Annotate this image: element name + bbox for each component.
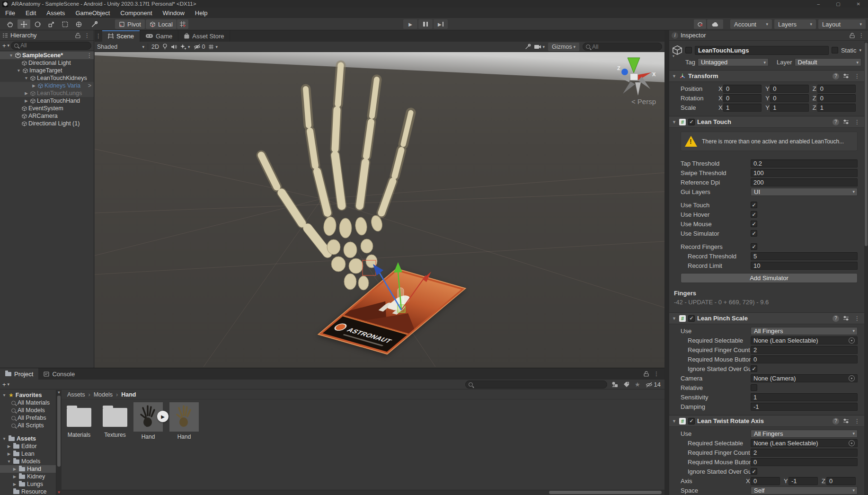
prefab-open-arrow-icon[interactable]: > [88, 82, 94, 89]
reference-dpi-field[interactable]: 200 [751, 178, 858, 186]
rotation-x-field[interactable]: 0 [723, 94, 762, 102]
foldout-icon[interactable]: ▼ [2, 436, 7, 441]
scale-y-field[interactable]: 1 [770, 104, 808, 112]
tree-resource[interactable]: Resource [0, 488, 56, 495]
scale-x-field[interactable]: 1 [723, 104, 762, 112]
scene-tools-button[interactable] [524, 44, 531, 50]
record-limit-field[interactable]: 10 [751, 262, 858, 270]
content-hscrollbar-track[interactable] [62, 490, 664, 495]
foldout-icon[interactable]: ▼ [24, 76, 29, 80]
space-dropdown[interactable]: Self▾ [751, 486, 858, 495]
play-preview-icon[interactable]: ▶ [157, 411, 168, 422]
object-picker-icon[interactable] [849, 337, 855, 344]
use-mouse-checkbox[interactable]: ✓ [751, 221, 757, 227]
required-selectable-field[interactable]: None (Lean Selectable) [751, 439, 858, 447]
required-mouse-buttons-field[interactable]: 0 [751, 355, 858, 363]
breadcrumb-models[interactable]: Models [94, 391, 113, 398]
tree-assets[interactable]: ▼Assets [0, 435, 56, 442]
grid-visibility-dropdown[interactable]: ▾ [208, 44, 218, 50]
scene-viewport[interactable]: ASTRONAUT [95, 52, 664, 368]
presets-icon[interactable] [843, 119, 849, 124]
minimize-icon[interactable]: – [817, 1, 820, 7]
asset-textures-folder[interactable]: Textures [99, 402, 131, 438]
favorite-all-materials[interactable]: All Materials [0, 399, 56, 407]
menu-file[interactable]: File [0, 8, 20, 18]
required-finger-count-field[interactable]: 2 [751, 346, 858, 354]
foldout-icon[interactable]: ▼ [672, 316, 677, 321]
search-by-label-icon[interactable] [623, 381, 629, 388]
component-menu-icon[interactable]: ⋮ [853, 418, 861, 424]
required-finger-count-field[interactable]: 2 [751, 449, 858, 457]
audio-toggle[interactable] [171, 44, 177, 50]
component-menu-icon[interactable]: ⋮ [853, 73, 861, 80]
z-axis-ball[interactable] [621, 69, 628, 75]
lean-twist-rotate-axis-header[interactable]: ▼ # ✓ Lean Twist Rotate Axis ? ⋮ [669, 415, 864, 427]
enabled-checkbox[interactable]: ✓ [688, 315, 695, 322]
use-dropdown[interactable]: All Fingers▾ [751, 430, 858, 438]
tab-game[interactable]: Game [140, 30, 178, 42]
2d-toggle[interactable]: 2D [151, 44, 159, 50]
menu-window[interactable]: Window [158, 8, 190, 18]
asset-hand-model[interactable]: ▶ Hand [133, 402, 164, 440]
orientation-gizmo[interactable]: Z X [611, 57, 658, 99]
static-flags-dropdown[interactable]: ▾ [859, 48, 861, 53]
foldout-icon[interactable]: ▶ [7, 444, 11, 449]
scene-visibility-toggle[interactable]: 0 [194, 44, 205, 50]
menu-assets[interactable]: Assets [41, 8, 70, 18]
static-checkbox[interactable] [832, 47, 838, 53]
content-hscrollbar-thumb[interactable] [549, 491, 662, 494]
scene-camera-dropdown[interactable]: ▾ [534, 44, 545, 49]
tree-kidney[interactable]: ▶Kidney [0, 473, 56, 480]
hidden-packages-icon[interactable]: 14 [646, 381, 661, 388]
search-by-type-icon[interactable] [611, 381, 618, 388]
foldout-icon[interactable]: ▶ [31, 83, 36, 88]
gui-layers-dropdown[interactable]: UI▾ [751, 188, 858, 196]
foldout-icon[interactable]: ▼ [672, 74, 677, 79]
tree-models[interactable]: ▼Models [0, 458, 56, 465]
inspector-scrollbar[interactable] [864, 42, 868, 495]
foldout-icon[interactable]: ▼ [672, 120, 677, 124]
help-icon[interactable]: ? [833, 315, 839, 322]
use-touch-checkbox[interactable]: ✓ [751, 202, 757, 208]
pivot-toggle-button[interactable]: Pivot [115, 19, 145, 29]
tag-dropdown[interactable]: Untagged▾ [698, 58, 769, 66]
enabled-checkbox[interactable]: ✓ [688, 418, 695, 424]
panel-splitter[interactable] [664, 30, 669, 495]
transform-tool-button[interactable] [72, 19, 85, 29]
lean-touch-header[interactable]: ▼ # ✓ Lean Touch ? ⋮ [669, 116, 864, 128]
presets-icon[interactable] [843, 316, 849, 321]
camera-field[interactable]: None (Camera) [751, 374, 858, 382]
foldout-icon[interactable]: ▼ [2, 393, 7, 398]
use-dropdown[interactable]: All Fingers▾ [751, 327, 858, 335]
presets-icon[interactable] [843, 73, 849, 79]
hierarchy-item-leantouchhand[interactable]: ▶ LeanTouchHand [0, 97, 94, 105]
favorite-all-models[interactable]: All Models [0, 407, 56, 414]
presets-icon[interactable] [843, 418, 849, 424]
add-simulator-button[interactable]: Add Simulator [681, 273, 858, 283]
tree-lean[interactable]: ▶Lean [0, 450, 56, 458]
foldout-icon[interactable]: ▶ [24, 98, 29, 103]
tab-console[interactable]: Console [38, 368, 80, 380]
breadcrumb-hand[interactable]: Hand [121, 391, 136, 398]
rect-tool-button[interactable] [59, 19, 71, 29]
tree-lungs[interactable]: ▶Lungs [0, 480, 56, 488]
maximize-icon[interactable]: ▢ [836, 1, 840, 7]
hierarchy-item-samplescene[interactable]: ▼ SampleScene* ⋮ [0, 52, 94, 59]
scale-tool-button[interactable] [45, 19, 58, 29]
gizmo-center-cube[interactable] [630, 74, 638, 80]
tap-threshold-field[interactable]: 0.2 [751, 159, 858, 168]
local-toggle-button[interactable]: Local [146, 19, 177, 29]
play-button[interactable]: ▶ [403, 19, 417, 29]
hierarchy-item-imagetarget[interactable]: ▼ ImageTarget [0, 67, 94, 74]
grid-snap-button[interactable] [177, 19, 188, 29]
hierarchy-item-eventsystem[interactable]: EventSystem [0, 105, 94, 112]
scroll-up-icon[interactable]: ▼ [56, 390, 62, 395]
help-icon[interactable]: ? [833, 119, 839, 125]
panel-menu-icon[interactable]: ⋮ [857, 32, 866, 39]
damping-field[interactable]: -1 [751, 403, 858, 411]
create-button[interactable]: + [2, 381, 6, 388]
axis-z-field[interactable]: 0 [826, 477, 856, 485]
hierarchy-item-kidneys-varia[interactable]: ▶ Kidneys Varia > [0, 82, 94, 89]
tab-project[interactable]: Project [0, 368, 38, 380]
step-button[interactable]: ▶ [434, 19, 448, 29]
